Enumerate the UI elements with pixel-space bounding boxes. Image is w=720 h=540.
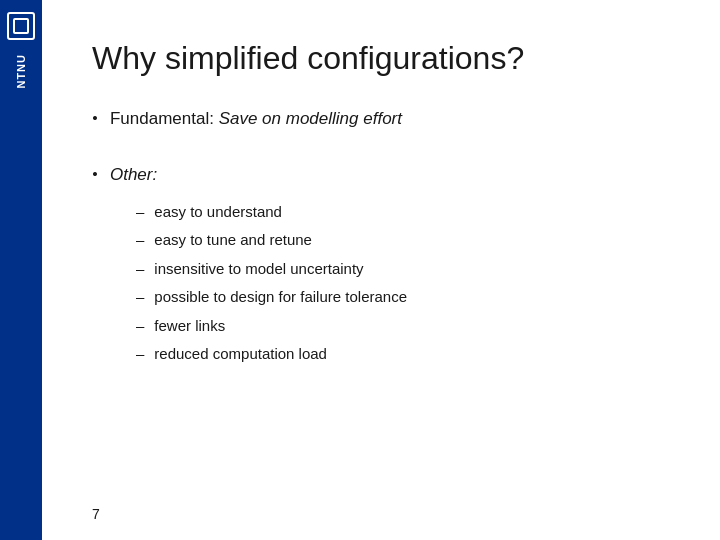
sub-bullet-2: – easy to tune and retune (136, 229, 670, 252)
sub-text-2: easy to tune and retune (154, 229, 312, 252)
fundamental-italic: Save on modelling effort (219, 109, 402, 128)
slide-content: Why simplified configurations? • Fundame… (42, 0, 720, 540)
sub-bullet-6: – reduced computation load (136, 343, 670, 366)
dash-3: – (136, 258, 144, 281)
slide-title: Why simplified configurations? (92, 40, 670, 77)
dash-1: – (136, 201, 144, 224)
sub-text-6: reduced computation load (154, 343, 327, 366)
bullet-text-other: Other: (110, 163, 157, 187)
bullet-dot-1: • (92, 107, 98, 131)
dash-6: – (136, 343, 144, 366)
logo-box (7, 12, 35, 40)
sidebar: NTNU (0, 0, 42, 540)
sub-text-1: easy to understand (154, 201, 282, 224)
sub-bullet-1: – easy to understand (136, 201, 670, 224)
logo-inner (13, 18, 29, 34)
dash-2: – (136, 229, 144, 252)
fundamental-label: Fundamental: (110, 109, 219, 128)
bullet-dot-2: • (92, 163, 98, 187)
sub-bullet-3: – insensitive to model uncertainty (136, 258, 670, 281)
bullet-other: • Other: – easy to understand – easy to … (92, 163, 670, 372)
bullet-text-fundamental: Fundamental: Save on modelling effort (110, 107, 402, 131)
dash-5: – (136, 315, 144, 338)
bullet-main-other: • Other: (92, 163, 670, 187)
bullet-fundamental: • Fundamental: Save on modelling effort (92, 107, 670, 145)
sub-text-5: fewer links (154, 315, 225, 338)
sub-bullets-list: – easy to understand – easy to tune and … (136, 201, 670, 366)
sub-text-3: insensitive to model uncertainty (154, 258, 363, 281)
page-number: 7 (92, 506, 100, 522)
dash-4: – (136, 286, 144, 309)
bullet-main-fundamental: • Fundamental: Save on modelling effort (92, 107, 670, 131)
sidebar-logo-text: NTNU (15, 54, 27, 89)
sub-bullet-4: – possible to design for failure toleran… (136, 286, 670, 309)
sub-text-4: possible to design for failure tolerance (154, 286, 407, 309)
sub-bullet-5: – fewer links (136, 315, 670, 338)
